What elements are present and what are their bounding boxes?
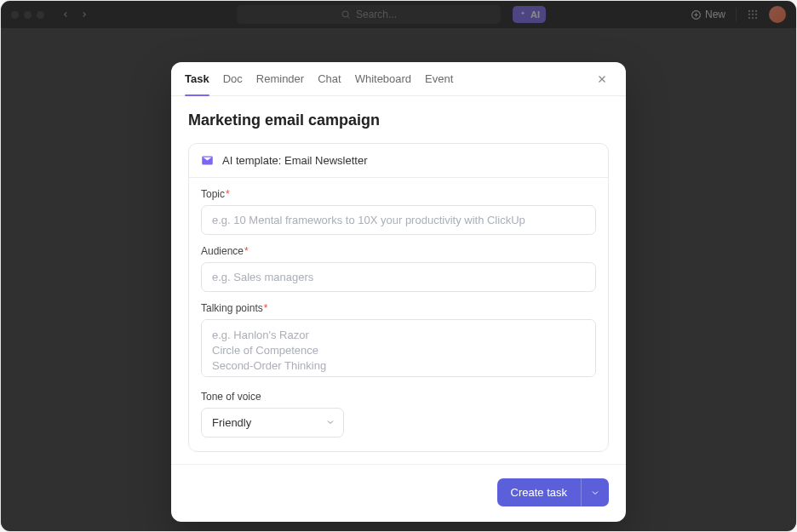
tone-label: Tone of voice (201, 391, 596, 403)
tone-select-wrap: Friendly (201, 408, 344, 438)
audience-label: Audience* (201, 245, 596, 257)
app-window: Search... AI New Task Doc Reminder (0, 0, 797, 532)
tab-chat[interactable]: Chat (318, 62, 341, 95)
field-audience: Audience* (201, 245, 596, 292)
form-inner: Topic* Audience* Talking points* (189, 178, 608, 451)
close-button[interactable] (592, 69, 612, 89)
tone-select[interactable]: Friendly (201, 408, 344, 438)
talking-points-label: Talking points* (201, 302, 596, 314)
create-task-button[interactable]: Create task (497, 478, 581, 506)
create-task-group: Create task (497, 478, 609, 506)
task-title: Marketing email campaign (188, 112, 609, 129)
create-modal: Task Doc Reminder Chat Whiteboard Event … (171, 62, 626, 522)
topic-label: Topic* (201, 188, 596, 200)
field-topic: Topic* (201, 188, 596, 235)
tab-whiteboard[interactable]: Whiteboard (355, 62, 411, 95)
chevron-down-icon (590, 488, 600, 498)
modal-tabs: Task Doc Reminder Chat Whiteboard Event (171, 62, 626, 96)
create-task-dropdown[interactable] (581, 478, 609, 506)
tab-event[interactable]: Event (425, 62, 453, 95)
ai-template-row[interactable]: AI template: Email Newsletter (189, 144, 608, 178)
field-talking-points: Talking points* (201, 302, 596, 380)
topic-input[interactable] (201, 205, 596, 235)
required-marker: * (264, 302, 268, 314)
tab-reminder[interactable]: Reminder (256, 62, 304, 95)
close-icon (596, 73, 608, 85)
ai-template-label: AI template: Email Newsletter (222, 154, 368, 167)
envelope-icon (201, 154, 214, 167)
tab-doc[interactable]: Doc (223, 62, 243, 95)
form-card: AI template: Email Newsletter Topic* Aud… (188, 143, 609, 452)
audience-input[interactable] (201, 262, 596, 292)
talking-points-input[interactable] (201, 319, 596, 377)
tab-task[interactable]: Task (185, 62, 209, 95)
modal-footer: Create task (171, 464, 626, 522)
required-marker: * (244, 245, 249, 257)
required-marker: * (226, 188, 230, 200)
field-tone: Tone of voice Friendly (201, 391, 596, 438)
modal-overlay: Task Doc Reminder Chat Whiteboard Event … (1, 1, 796, 531)
modal-body: Marketing email campaign AI template: Em… (171, 96, 626, 452)
